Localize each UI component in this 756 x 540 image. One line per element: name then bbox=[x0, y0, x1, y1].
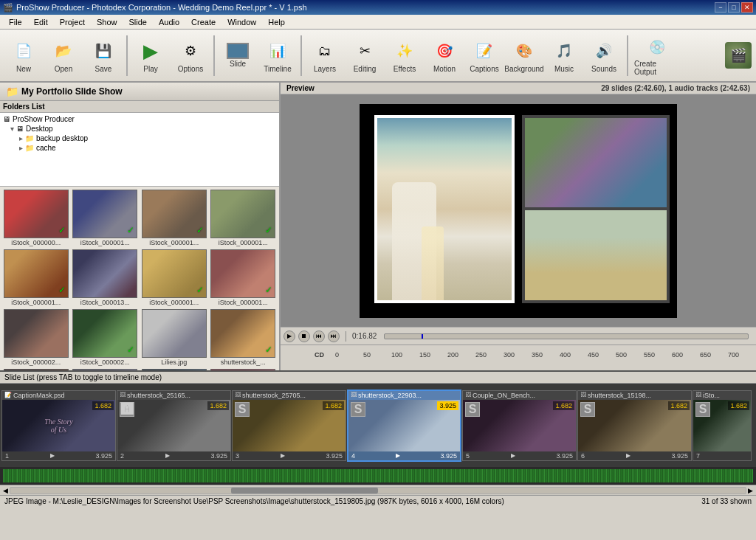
list-item[interactable]: ✓ iStock_000001... bbox=[141, 190, 207, 246]
ruler-mark-150: 150 bbox=[419, 351, 447, 359]
slide-bottom-7: 7 bbox=[693, 451, 751, 460]
background-button[interactable]: 🎨 Background bbox=[505, 32, 543, 78]
slide-play-5[interactable]: ▶ bbox=[511, 452, 515, 459]
slide-title-5: 🖼 Couple_ON_Bench... bbox=[463, 391, 576, 400]
prev-control-button[interactable]: ⏮ bbox=[313, 330, 325, 342]
list-item[interactable]: shutterstock_... bbox=[210, 369, 277, 370]
folder-item-proshow[interactable]: 🖥 ProShow Producer bbox=[1, 114, 278, 124]
open-button[interactable]: 📂 Open bbox=[44, 32, 83, 78]
menu-create[interactable]: Create bbox=[185, 16, 221, 28]
list-item[interactable]: iStock_000002... bbox=[3, 309, 69, 366]
next-control-button[interactable]: ⏭ bbox=[328, 330, 340, 342]
slide-title-1: 📝 CaptionMask.psd bbox=[2, 391, 115, 400]
layers-button[interactable]: 🗂 Layers bbox=[306, 32, 344, 78]
scroll-right-button[interactable]: ▶ bbox=[746, 487, 755, 494]
create-output-button[interactable]: 💿 Create Output bbox=[632, 32, 682, 78]
menu-edit[interactable]: Edit bbox=[28, 16, 54, 28]
list-item[interactable]: ✓ iStock_000001... bbox=[210, 190, 277, 246]
list-item[interactable]: ✓ iStock_000001... bbox=[3, 249, 69, 306]
maximize-button[interactable]: □ bbox=[728, 2, 740, 13]
slide-title-text-3: shutterstock_25705... bbox=[242, 392, 306, 399]
toolbar: 📄 New 📂 Open 💾 Save ▶ Play ⚙ Options Sli… bbox=[0, 30, 756, 83]
slide-icon-badge-2: 🅰 bbox=[120, 402, 134, 417]
list-item[interactable]: ✓ shutterstock_... bbox=[210, 309, 277, 366]
folder-icon-proshow: 🖥 bbox=[3, 115, 10, 123]
new-button[interactable]: 📄 New bbox=[4, 32, 43, 78]
motion-button[interactable]: 🎯 Motion bbox=[425, 32, 464, 78]
list-item[interactable]: ✓ shutterstock_... bbox=[72, 369, 139, 370]
scroll-left-button[interactable]: ◀ bbox=[1, 487, 10, 494]
slide-list-header-label: Slide List (press TAB to toggle to timel… bbox=[4, 373, 162, 381]
menu-project[interactable]: Project bbox=[54, 16, 91, 28]
scroll-thumb[interactable] bbox=[231, 488, 378, 494]
list-item[interactable]: ✓ iStock_000001... bbox=[141, 249, 207, 306]
list-item[interactable]: iStock_000013... bbox=[72, 249, 139, 306]
slide-type-icon-2: 🖼 bbox=[120, 392, 126, 398]
menu-slide[interactable]: Slide bbox=[123, 16, 152, 28]
slide-type-icon-7: 🖼 bbox=[695, 392, 701, 398]
slide-item-3[interactable]: 🖼 shutterstock_25705... S 1.682 3 ▶ 3.92… bbox=[232, 390, 346, 461]
folder-tree[interactable]: 🖥 ProShow Producer ▾ 🖥 Desktop ▸ 📁 backu… bbox=[0, 113, 279, 187]
menu-file[interactable]: File bbox=[3, 16, 28, 28]
slide-button[interactable]: Slide bbox=[219, 32, 257, 78]
slide-item-2[interactable]: 🖼 shutterstock_25165... 🅰 1.682 2 ▶ 3.92… bbox=[117, 390, 231, 461]
thumbnail-area[interactable]: ✓ iStock_000000... ✓ iStock_000001... ✓ … bbox=[0, 187, 279, 370]
slide-icon-badge-4: S bbox=[351, 402, 365, 417]
options-button[interactable]: ⚙ Options bbox=[171, 32, 210, 78]
slide-play-2[interactable]: ▶ bbox=[165, 452, 170, 459]
slide-play-3[interactable]: ▶ bbox=[281, 452, 285, 459]
thumbnail-label: iStock_000002... bbox=[72, 359, 137, 366]
slide-thumb-6: S 1.682 bbox=[578, 400, 691, 451]
sounds-button[interactable]: 🔊 Sounds bbox=[585, 32, 623, 78]
folder-item-cache[interactable]: ▸ 📁 cache bbox=[1, 143, 278, 153]
menu-help[interactable]: Help bbox=[262, 16, 291, 28]
slide-item-6[interactable]: 🖼 shutterstock_15198... S 1.682 6 ▶ 3.92… bbox=[577, 390, 692, 461]
list-item[interactable]: ✓ shutterstock_... bbox=[3, 369, 69, 370]
play-control-button[interactable]: ▶ bbox=[284, 330, 295, 342]
menu-show[interactable]: Show bbox=[91, 16, 123, 28]
list-item[interactable]: ✓ iStock_000002... bbox=[72, 309, 139, 366]
slide-play-4[interactable]: ▶ bbox=[396, 452, 400, 459]
slide-play-1[interactable]: ▶ bbox=[50, 452, 55, 459]
music-label: Music bbox=[554, 65, 574, 73]
save-button[interactable]: 💾 Save bbox=[84, 32, 123, 78]
list-item[interactable]: ✓ iStock_000001... bbox=[72, 190, 139, 246]
list-item[interactable]: ✓ iStock_000001... bbox=[210, 249, 277, 306]
close-button[interactable]: ✕ bbox=[741, 2, 753, 13]
horizontal-scrollbar[interactable]: ◀ ▶ bbox=[0, 485, 756, 495]
thumbnail-image: ✓ bbox=[142, 190, 207, 238]
menu-audio[interactable]: Audio bbox=[153, 16, 185, 28]
slide-item-5[interactable]: 🖼 Couple_ON_Bench... S 1.682 5 ▶ 3.925 bbox=[462, 390, 577, 461]
slide-play-6[interactable]: ▶ bbox=[626, 452, 630, 459]
folder-item-backup[interactable]: ▸ 📁 backup desktop bbox=[1, 134, 278, 143]
captions-button[interactable]: 📝 Captions bbox=[465, 32, 504, 78]
slide-icon-badge-5: S bbox=[465, 402, 480, 417]
scroll-track[interactable] bbox=[10, 487, 746, 494]
list-item[interactable]: shutterstock_... bbox=[141, 369, 207, 370]
list-item[interactable]: ✓ iStock_000000... bbox=[3, 190, 69, 246]
music-button[interactable]: 🎵 Music bbox=[545, 32, 583, 78]
timeline-scrubber[interactable] bbox=[384, 333, 749, 339]
editing-button[interactable]: ✂ Editing bbox=[346, 32, 384, 78]
slide-item-1[interactable]: 📝 CaptionMask.psd The Storyof Us 1.682 1… bbox=[1, 390, 116, 461]
stop-control-button[interactable]: ⏹ bbox=[298, 330, 310, 342]
slide-item-4[interactable]: 🖼 shutterstock_22903... S 3.925 4 ▶ 3.92… bbox=[347, 390, 461, 462]
play-button[interactable]: ▶ Play bbox=[131, 32, 170, 78]
effects-button[interactable]: ✨ Effects bbox=[385, 32, 424, 78]
folder-icon-desktop: 🖥 bbox=[16, 125, 24, 133]
list-item[interactable]: Lilies.jpg bbox=[141, 309, 207, 366]
thumbnail-image bbox=[142, 369, 207, 370]
menu-window[interactable]: Window bbox=[221, 16, 262, 28]
minimize-button[interactable]: − bbox=[715, 2, 726, 13]
slide-time-1: 3.925 bbox=[95, 452, 112, 460]
slide-strip[interactable]: 📝 CaptionMask.psd The Storyof Us 1.682 1… bbox=[0, 384, 756, 467]
ctrl-separator bbox=[346, 331, 346, 342]
slide-duration-2: 1.682 bbox=[207, 401, 229, 410]
slide-type-icon-5: 🖼 bbox=[465, 392, 471, 398]
folder-item-desktop[interactable]: ▾ 🖥 Desktop bbox=[1, 124, 278, 134]
thumbnail-image: ✓ bbox=[4, 249, 69, 298]
slide-time-4: 3.925 bbox=[440, 452, 457, 460]
timeline-button[interactable]: 📊 Timeline bbox=[258, 32, 297, 78]
slide-icon-badge-7: S bbox=[695, 402, 710, 417]
slide-item-7[interactable]: 🖼 iSto... S 1.682 7 bbox=[693, 390, 752, 461]
